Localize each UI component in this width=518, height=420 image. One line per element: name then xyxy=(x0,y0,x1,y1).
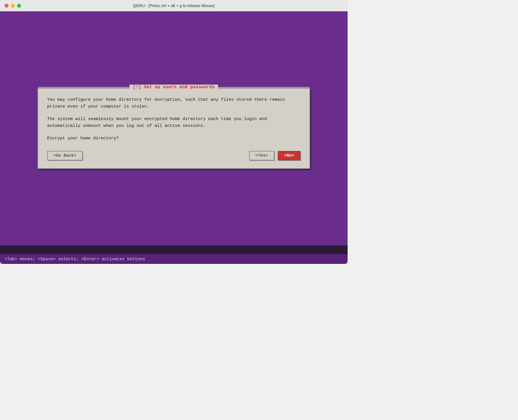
no-button[interactable]: <No> xyxy=(278,151,300,160)
terminal-body: [!] Set up users and passwords You may c… xyxy=(0,11,348,264)
dialog-box: [!] Set up users and passwords You may c… xyxy=(37,88,310,169)
dialog-paragraph-2: The system will seamlessly mount your en… xyxy=(47,116,300,129)
dialog-question: Encrypt your home directory? xyxy=(47,135,300,142)
maximize-button[interactable] xyxy=(17,4,21,8)
dialog-buttons: <Go Back> <Yes> <No> xyxy=(47,150,300,160)
dialog-title-bar: [!] Set up users and passwords xyxy=(38,85,310,90)
close-button[interactable] xyxy=(5,4,9,8)
dialog-content: You may configure your home directory fo… xyxy=(38,90,310,168)
status-bar: <Tab> moves; <Space> selects; <Enter> ac… xyxy=(0,254,348,264)
dialog-area: [!] Set up users and passwords You may c… xyxy=(0,11,348,245)
window-title: QEMU - (Press ctrl + alt + g to release … xyxy=(133,3,215,8)
go-back-button[interactable]: <Go Back> xyxy=(47,151,83,160)
status-bar-text: <Tab> moves; <Space> selects; <Enter> ac… xyxy=(5,257,145,262)
traffic-lights xyxy=(5,4,21,8)
terminal-bottom-band xyxy=(0,245,348,254)
qemu-window: QEMU - (Press ctrl + alt + g to release … xyxy=(0,0,348,264)
minimize-button[interactable] xyxy=(11,4,15,8)
dialog-paragraph-1: You may configure your home directory fo… xyxy=(47,96,300,110)
yes-button[interactable]: <Yes> xyxy=(249,151,274,160)
title-line-left xyxy=(38,87,130,87)
title-line-right xyxy=(218,87,310,87)
right-buttons: <Yes> <No> xyxy=(249,151,300,160)
titlebar: QEMU - (Press ctrl + alt + g to release … xyxy=(0,0,348,11)
dialog-title: [!] Set up users and passwords xyxy=(130,85,218,90)
